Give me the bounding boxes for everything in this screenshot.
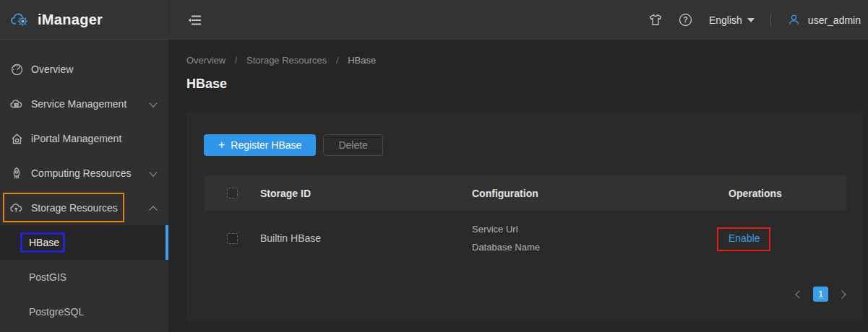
config-database-name: Database Name [472, 238, 729, 256]
table-row: Builtin HBase Service Url Database Name … [204, 211, 846, 266]
breadcrumb-item-overview[interactable]: Overview [186, 55, 225, 66]
pagination: 1 [186, 287, 846, 302]
breadcrumb: Overview / Storage Resources / HBase [186, 55, 376, 66]
breadcrumb-item-storage-resources[interactable]: Storage Resources [246, 55, 327, 66]
chevron-down-icon [150, 170, 157, 177]
cell-configuration: Service Url Database Name [472, 220, 729, 256]
storage-table: Storage ID Configuration Operations Buil… [204, 175, 846, 266]
cell-operations: Enable [729, 232, 846, 244]
sidebar-item-label: Overview [31, 64, 73, 75]
cloud-service-icon [10, 97, 23, 110]
sidebar-nav: Overview Service Management iPortal Mana… [0, 52, 168, 329]
breadcrumb-separator: / [336, 55, 339, 66]
chevron-down-icon [150, 101, 157, 108]
home-icon [10, 132, 23, 145]
sidebar: iManager Overview Service Management iPo… [0, 0, 168, 332]
table-header-row: Storage ID Configuration Operations [204, 175, 846, 211]
menu-collapse-icon[interactable] [187, 13, 202, 27]
select-all-checkbox[interactable] [227, 188, 238, 198]
topbar-divider [770, 14, 771, 27]
sidebar-item-label: Computing Resources [31, 167, 132, 179]
content-panel: + Register HBase Delete Storage ID Confi… [186, 112, 864, 321]
pagination-page-1[interactable]: 1 [813, 287, 828, 302]
sidebar-subitem-postgis[interactable]: PostGIS [0, 260, 168, 294]
column-header-configuration: Configuration [472, 188, 729, 199]
sidebar-subitem-label: PostGIS [29, 271, 66, 283]
sidebar-item-storage-resources[interactable]: Storage Resources [0, 191, 168, 225]
column-header-operations: Operations [729, 188, 846, 199]
sidebar-item-label: Storage Resources [31, 202, 118, 214]
topbar: ? English user_admin [168, 0, 868, 40]
cloud-gear-logo-icon [10, 10, 30, 29]
enable-link[interactable]: Enable [729, 232, 760, 244]
chevron-up-icon [150, 205, 157, 211]
language-label: English [709, 14, 742, 26]
rocket-icon [10, 167, 23, 180]
pagination-next-icon[interactable] [839, 291, 846, 298]
chevron-down-icon [747, 18, 755, 22]
svg-text:?: ? [684, 15, 688, 24]
breadcrumb-item-hbase: HBase [348, 55, 376, 66]
cloud-upload-icon [10, 201, 23, 214]
page-title: HBase [186, 77, 227, 92]
register-hbase-button[interactable]: + Register HBase [204, 134, 316, 156]
plus-icon: + [218, 139, 225, 151]
sidebar-item-iportal-management[interactable]: iPortal Management [0, 121, 168, 156]
breadcrumb-separator: / [235, 55, 238, 66]
sidebar-subitem-label: HBase [29, 237, 59, 248]
sidebar-item-service-management[interactable]: Service Management [0, 87, 168, 121]
sidebar-item-label: iPortal Management [31, 133, 121, 144]
dashboard-icon [10, 63, 23, 76]
sidebar-subitem-label: PostgreSQL [29, 306, 84, 318]
delete-button[interactable]: Delete [323, 134, 382, 156]
sidebar-item-overview[interactable]: Overview [0, 52, 168, 87]
register-hbase-label: Register HBase [231, 139, 301, 151]
username: user_admin [808, 14, 861, 26]
user-icon [787, 13, 802, 27]
user-menu[interactable]: user_admin [787, 13, 861, 27]
sidebar-item-label: Service Management [31, 98, 126, 110]
row-checkbox[interactable] [227, 233, 238, 244]
language-selector[interactable]: English [709, 14, 755, 26]
theme-skin-icon[interactable] [648, 13, 663, 27]
cell-storage-id: Builtin HBase [260, 232, 472, 244]
sidebar-item-computing-resources[interactable]: Computing Resources [0, 156, 168, 191]
app-title: iManager [38, 12, 103, 28]
toolbar: + Register HBase Delete [204, 134, 864, 156]
topbar-actions: ? English user_admin [648, 13, 861, 27]
column-header-storage-id: Storage ID [260, 188, 472, 199]
app-logo: iManager [0, 0, 168, 40]
pagination-prev-icon[interactable] [795, 291, 802, 298]
sidebar-subitem-postgresql[interactable]: PostgreSQL [0, 294, 168, 329]
sidebar-subitem-hbase[interactable]: HBase [0, 225, 168, 260]
help-icon[interactable]: ? [679, 13, 693, 27]
config-service-url: Service Url [472, 220, 729, 238]
